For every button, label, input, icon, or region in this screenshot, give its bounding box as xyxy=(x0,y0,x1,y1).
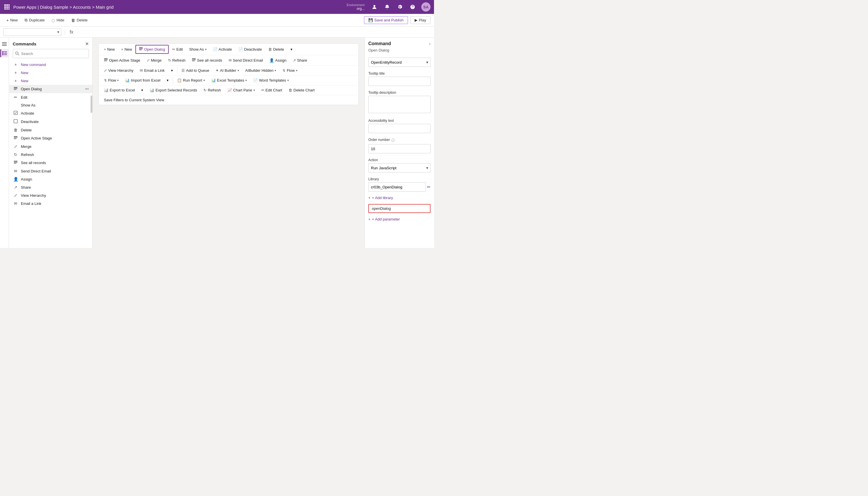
ribbon-view-hierarchy-button[interactable]: ⤢ View Hierarchy xyxy=(101,67,136,74)
ribbon-more1-button[interactable]: ▾ xyxy=(288,46,296,53)
library-edit-icon[interactable]: ✏ xyxy=(427,185,430,189)
list-item-view-hierarchy[interactable]: ⤢ View Hierarchy xyxy=(9,191,92,199)
ribbon-email-a-link-button[interactable]: ✉ Email a Link xyxy=(137,67,168,74)
ribbon-deactivate-button[interactable]: 📄 Deactivate xyxy=(236,46,265,53)
apps-icon[interactable] xyxy=(3,3,11,11)
search-box[interactable] xyxy=(13,49,89,58)
expand-icon[interactable]: › xyxy=(429,41,430,46)
gear-icon[interactable] xyxy=(396,3,404,11)
formula-selector-input[interactable] xyxy=(5,30,57,34)
add-parameter-button[interactable]: + + Add parameter xyxy=(365,215,434,223)
action-type-select-wrap[interactable]: OpenEntityRecord Run JavaScript Open URL… xyxy=(368,58,430,67)
ribbon-delete-chart-button[interactable]: 🗑 Delete Chart xyxy=(286,87,317,94)
ribbon-export-selected-button[interactable]: 📊 Export Selected Records xyxy=(147,87,200,94)
ribbon-edit-chart-button[interactable]: ✏ Edit Chart xyxy=(258,87,285,94)
list-item-activate[interactable]: Activate xyxy=(9,109,92,118)
ribbon-import-excel-button[interactable]: 📊 Import from Excel xyxy=(122,77,163,84)
chevron-down-icon: ▾ xyxy=(205,48,207,51)
ribbon-save-filters-button[interactable]: Save Filters to Current System View xyxy=(101,96,167,104)
tooltip-description-input[interactable] xyxy=(368,96,430,113)
ribbon-more4-button[interactable]: ▾ xyxy=(138,87,146,94)
play-button[interactable]: ▶ Play xyxy=(410,16,430,24)
list-item-send-direct-email[interactable]: ✉ Send Direct Email xyxy=(9,167,92,175)
list-item-show-as[interactable]: Show As xyxy=(9,101,92,109)
list-item-open-dialog[interactable]: Open Dialog ••• xyxy=(9,85,92,93)
list-item-refresh[interactable]: ↻ Refresh xyxy=(9,151,92,159)
library-row: cr03b_OpenDialog ✏ xyxy=(368,182,430,191)
ribbon-edit-button[interactable]: ✏ Edit xyxy=(169,46,186,53)
accessibility-text-input[interactable] xyxy=(368,124,430,133)
hamburger-icon[interactable] xyxy=(0,40,9,48)
library-select-wrap[interactable]: cr03b_OpenDialog xyxy=(368,182,426,191)
ribbon-refresh-button[interactable]: ↻ Refresh xyxy=(165,57,189,64)
list-item[interactable]: + New command xyxy=(9,61,92,68)
ribbon-word-templates-button[interactable]: 📄 Word Templates ▾ xyxy=(250,77,291,84)
list-item-email-link[interactable]: ✉ Email a Link xyxy=(9,199,92,207)
ribbon-activate-button[interactable]: 📄 Activate xyxy=(210,46,235,53)
save-publish-button[interactable]: 💾 Save and Publish xyxy=(364,16,408,24)
list-item[interactable]: + New xyxy=(9,77,92,85)
more-icon[interactable]: ••• xyxy=(85,87,89,91)
list-item-delete[interactable]: 🗑 Delete xyxy=(9,126,92,134)
ribbon-more3-button[interactable]: ▾ xyxy=(164,77,172,84)
ribbon-excel-templates-button[interactable]: 📊 Excel Templates ▾ xyxy=(208,77,250,84)
close-icon[interactable]: ✕ xyxy=(85,41,89,47)
ribbon-ai-builder-button[interactable]: ✦ AI Builder ▾ xyxy=(213,67,241,74)
scrollbar[interactable] xyxy=(91,95,92,113)
list-item-deactivate[interactable]: Deactivate xyxy=(9,118,92,126)
ribbon-chart-pane-button[interactable]: 📈 Chart Pane ▾ xyxy=(224,87,258,94)
list-item-edit[interactable]: ✏ Edit xyxy=(9,93,92,101)
ribbon-new2-button[interactable]: + New xyxy=(119,46,135,53)
help-icon[interactable] xyxy=(409,3,417,11)
add-library-button[interactable]: + + Add library xyxy=(365,194,434,202)
search-input[interactable] xyxy=(21,51,86,56)
ribbon-merge-button[interactable]: ⤢ Merge xyxy=(144,57,164,64)
duplicate-button[interactable]: ⧉ Duplicate xyxy=(22,16,47,25)
function-name-box[interactable]: openDialog xyxy=(368,204,430,213)
ribbon-export-excel-button[interactable]: 📊 Export to Excel xyxy=(101,87,138,94)
list-item-merge[interactable]: ⤢ Merge xyxy=(9,142,92,151)
svg-rect-25 xyxy=(14,120,17,123)
ribbon-refresh2-button[interactable]: ↻ Refresh xyxy=(201,87,224,94)
ribbon-open-active-stage-button[interactable]: Open Active Stage xyxy=(101,57,143,64)
hide-button[interactable]: ◌ Hide xyxy=(49,16,67,25)
ribbon-open-dialog-button[interactable]: Open Dialog xyxy=(136,45,169,54)
list-icon[interactable] xyxy=(0,49,9,57)
action-type-select[interactable]: OpenEntityRecord Run JavaScript Open URL xyxy=(368,58,430,67)
action-select-wrap[interactable]: Run JavaScript Open URL Open Entity Reco… xyxy=(368,163,430,172)
edit-icon: ✏ xyxy=(13,95,18,99)
action-select[interactable]: Run JavaScript Open URL Open Entity Reco… xyxy=(368,163,430,172)
ribbon-flow2-button[interactable]: ↯ Flow ▾ xyxy=(101,77,122,84)
library-select[interactable]: cr03b_OpenDialog xyxy=(368,182,426,191)
share-icon: ↗ xyxy=(13,185,18,189)
list-item-assign[interactable]: 👤 Assign xyxy=(9,175,92,183)
ribbon-row-6: Save Filters to Current System View xyxy=(99,95,359,105)
bell-icon[interactable] xyxy=(383,3,391,11)
formula-selector[interactable]: ▾ xyxy=(3,28,61,36)
new-button[interactable]: + New xyxy=(3,16,20,25)
ribbon-show-as-button[interactable]: Show As ▾ xyxy=(186,46,209,53)
list-item-open-active-stage[interactable]: Open Active Stage xyxy=(9,134,92,142)
formula-eq-icon[interactable]: fx xyxy=(70,30,73,35)
person-icon[interactable] xyxy=(370,3,378,11)
delete-button[interactable]: 🗑 Delete xyxy=(68,16,91,25)
ribbon-run-report-button[interactable]: 📋 Run Report ▾ xyxy=(174,77,207,84)
ribbon-send-direct-email-button[interactable]: ✉ Send Direct Email xyxy=(226,57,266,64)
list-item-share[interactable]: ↗ Share xyxy=(9,183,92,191)
ribbon-add-to-queue-button[interactable]: ☰ Add to Queue xyxy=(178,67,212,74)
user-avatar[interactable]: SA xyxy=(421,2,430,12)
formula-selector-arrow[interactable]: ▾ xyxy=(57,30,59,34)
ribbon-aibuilder-hidden-button[interactable]: AIBuilder Hidden ▾ xyxy=(242,67,279,74)
ribbon-delete-button[interactable]: 🗑 Delete xyxy=(265,46,287,53)
ribbon-new1-button[interactable]: + New xyxy=(101,46,118,53)
tooltip-title-input[interactable] xyxy=(368,77,430,86)
ribbon-flow1-button[interactable]: ↯ Flow ▾ xyxy=(280,67,300,74)
order-number-input[interactable] xyxy=(368,144,430,153)
list-item-see-all-records[interactable]: See all records xyxy=(9,159,92,167)
ribbon-assign-button[interactable]: 👤 Assign xyxy=(267,57,289,64)
list-item[interactable]: + New xyxy=(9,68,92,77)
svg-rect-39 xyxy=(192,60,195,60)
ribbon-see-all-records-button[interactable]: See all records xyxy=(189,57,225,64)
ribbon-more2-button[interactable]: ▾ xyxy=(168,67,176,74)
ribbon-share-button[interactable]: ↗ Share xyxy=(290,57,310,64)
